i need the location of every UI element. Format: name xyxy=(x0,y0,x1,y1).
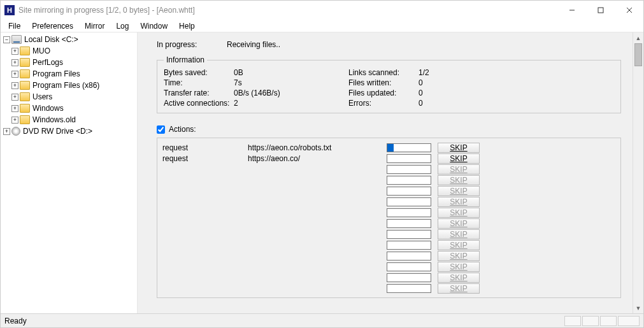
tree-folder[interactable]: +MUO xyxy=(1,45,137,57)
tree-folder[interactable]: +Windows xyxy=(1,103,137,114)
action-row: requesthttps://aeon.co/robots.txtSKIP xyxy=(162,142,615,153)
tree-label: Program Files (x86) xyxy=(32,81,99,90)
info-value: 0B/s (146B/s) xyxy=(234,89,348,97)
menubar: File Preferences Mirror Log Window Help xyxy=(1,20,643,32)
tree-label: Program Files xyxy=(32,69,80,78)
tree-folder[interactable]: +PerfLogs xyxy=(1,57,137,68)
info-value: 0 xyxy=(419,89,457,97)
information-legend: Information xyxy=(164,55,207,64)
status-cell xyxy=(564,316,581,326)
menu-log[interactable]: Log xyxy=(111,20,134,32)
expand-icon[interactable]: + xyxy=(3,128,10,135)
info-value: 0B xyxy=(234,68,348,77)
skip-button: SKIP xyxy=(438,251,480,261)
actions-label: Actions: xyxy=(169,125,196,134)
action-progress xyxy=(387,284,431,293)
folder-icon xyxy=(20,69,30,78)
action-progress xyxy=(387,273,431,282)
action-row: SKIP xyxy=(162,218,615,229)
info-label: Links scanned: xyxy=(348,68,419,77)
expand-icon[interactable]: + xyxy=(11,48,18,55)
action-row: SKIP xyxy=(162,250,615,261)
action-type: request xyxy=(162,143,245,152)
action-row: SKIP xyxy=(162,272,615,283)
folder-icon xyxy=(20,92,30,101)
skip-button: SKIP xyxy=(438,175,480,185)
collapse-icon[interactable]: − xyxy=(3,36,10,43)
tree-label: MUO xyxy=(32,46,50,55)
action-progress xyxy=(387,230,431,239)
skip-button: SKIP xyxy=(438,186,480,196)
action-progress xyxy=(387,241,431,250)
expand-icon[interactable]: + xyxy=(11,117,18,124)
progress-value: Receiving files.. xyxy=(227,40,280,49)
folder-tree[interactable]: − Local Disk <C:> +MUO+PerfLogs+Program … xyxy=(1,32,138,313)
info-label: Files updated: xyxy=(348,89,419,97)
tree-folder[interactable]: +Program Files (x86) xyxy=(1,80,137,91)
skip-button[interactable]: SKIP xyxy=(438,143,480,153)
tree-label: Local Disk <C:> xyxy=(24,35,78,44)
tree-dvd[interactable]: + DVD RW Drive <D:> xyxy=(1,125,137,137)
scroll-thumb[interactable] xyxy=(634,43,642,66)
action-progress xyxy=(387,154,431,163)
action-row: SKIP xyxy=(162,229,615,239)
actions-toggle[interactable] xyxy=(157,125,165,134)
info-label: Files written: xyxy=(348,78,419,87)
app-icon: H xyxy=(4,5,15,15)
expand-icon[interactable]: + xyxy=(11,94,18,101)
tree-folder[interactable]: +Windows.old xyxy=(1,114,137,125)
skip-button: SKIP xyxy=(438,283,480,294)
action-url: https://aeon.co/ xyxy=(248,154,382,163)
menu-preferences[interactable]: Preferences xyxy=(27,20,78,32)
action-type: request xyxy=(162,154,245,163)
menu-help[interactable]: Help xyxy=(174,20,200,32)
skip-button: SKIP xyxy=(438,273,480,283)
scroll-up-icon[interactable]: ▲ xyxy=(633,32,643,43)
action-progress xyxy=(387,208,431,217)
minimize-button[interactable] xyxy=(557,1,586,20)
skip-button[interactable]: SKIP xyxy=(438,153,480,164)
tree-folder[interactable]: +Program Files xyxy=(1,68,137,80)
action-row: SKIP xyxy=(162,196,615,207)
action-row: SKIP xyxy=(162,239,615,250)
action-progress xyxy=(387,187,431,196)
scroll-down-icon[interactable]: ▼ xyxy=(633,303,643,313)
tree-label: Windows xyxy=(32,104,64,113)
dvd-icon xyxy=(11,127,20,136)
expand-icon[interactable]: + xyxy=(11,82,18,89)
menu-mirror[interactable]: Mirror xyxy=(80,20,110,32)
actions-box: requesthttps://aeon.co/robots.txtSKIPreq… xyxy=(157,138,621,298)
action-progress xyxy=(387,143,431,152)
expand-icon[interactable]: + xyxy=(11,71,18,78)
action-progress xyxy=(387,252,431,260)
skip-button: SKIP xyxy=(438,229,480,239)
info-label: Time: xyxy=(164,78,234,87)
workspace: − Local Disk <C:> +MUO+PerfLogs+Program … xyxy=(1,32,643,313)
tree-folder[interactable]: +Users xyxy=(1,91,137,103)
close-button[interactable] xyxy=(615,1,643,20)
action-row: SKIP xyxy=(162,175,615,185)
svg-rect-1 xyxy=(598,8,603,13)
expand-icon[interactable]: + xyxy=(11,59,18,66)
action-progress xyxy=(387,165,431,174)
info-value: 0 xyxy=(419,99,457,108)
info-label: Errors: xyxy=(348,99,419,108)
folder-icon xyxy=(20,81,30,90)
scroll-track[interactable] xyxy=(633,43,643,303)
tree-label: Windows.old xyxy=(32,115,76,124)
status-cell xyxy=(600,316,617,326)
action-row: SKIP xyxy=(162,185,615,196)
expand-icon[interactable]: + xyxy=(11,105,18,112)
tree-root[interactable]: − Local Disk <C:> xyxy=(1,34,137,45)
vertical-scrollbar[interactable]: ▲ ▼ xyxy=(633,32,643,313)
menu-file[interactable]: File xyxy=(3,20,25,32)
status-cell xyxy=(582,316,599,326)
menu-window[interactable]: Window xyxy=(135,20,173,32)
content-area: In progress: Receiving files.. Informati… xyxy=(138,32,633,313)
action-row: SKIP xyxy=(162,283,615,294)
info-value: 0 xyxy=(419,78,457,87)
folder-icon xyxy=(20,115,30,124)
maximize-button[interactable] xyxy=(586,1,615,20)
main-pane: In progress: Receiving files.. Informati… xyxy=(138,32,643,313)
skip-button: SKIP xyxy=(438,262,480,272)
